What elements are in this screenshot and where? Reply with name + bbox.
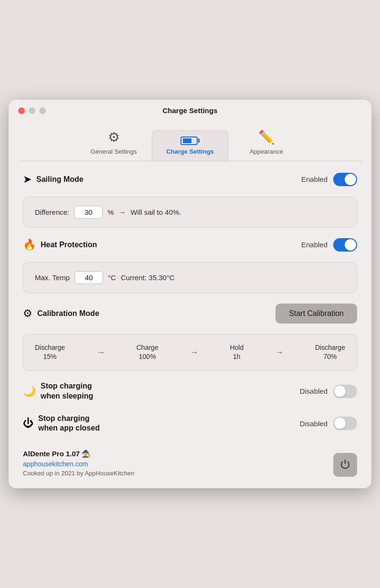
calibration-left: ⚙ Calibration Mode bbox=[23, 307, 99, 320]
heat-protection-header: 🔥 Heat Protection Enabled bbox=[23, 236, 357, 253]
toggle-knob bbox=[334, 386, 346, 397]
heat-protection-toggle[interactable] bbox=[333, 238, 357, 252]
main-window: Charge Settings ⚙ General Settings Charg… bbox=[9, 100, 371, 488]
stop-sleeping-right: Disabled bbox=[300, 385, 357, 398]
stop-app-closed-header: ⏻ Stop charging when app closed Disabled bbox=[23, 412, 357, 436]
power-icon bbox=[339, 459, 351, 471]
pen-icon: ✏️ bbox=[258, 129, 275, 145]
step-hold-1h-label: Hold1h bbox=[230, 343, 243, 362]
max-temp-label: Max. Temp bbox=[35, 273, 70, 282]
heat-protection-status: Enabled bbox=[301, 241, 327, 249]
footer-link[interactable]: apphousekitchen.com bbox=[23, 460, 134, 468]
step-hold-1h: Hold1h bbox=[230, 343, 243, 362]
stop-app-closed-line2: when app closed bbox=[38, 424, 100, 432]
sailing-mode-title: Sailing Mode bbox=[36, 175, 84, 184]
battery-icon bbox=[180, 136, 200, 145]
footer: AlDente Pro 1.07 🧙 apphousekitchen.com C… bbox=[9, 445, 371, 477]
heat-protection-left: 🔥 Heat Protection bbox=[23, 239, 97, 251]
stop-app-closed-right: Disabled bbox=[300, 417, 357, 430]
step-arrow-3: → bbox=[275, 347, 284, 357]
tab-appearance[interactable]: ✏️ Appearance bbox=[228, 124, 305, 161]
tab-charge-label: Charge Settings bbox=[166, 148, 214, 155]
stop-sleeping-line2: when sleeping bbox=[41, 392, 93, 400]
titlebar: Charge Settings bbox=[9, 100, 371, 120]
power-button[interactable] bbox=[333, 453, 357, 477]
step-charge-100: Charge100% bbox=[137, 343, 158, 362]
content-area: ➤ Sailing Mode Enabled Difference: % → W… bbox=[9, 161, 371, 445]
tab-general-settings[interactable]: ⚙ General Settings bbox=[75, 124, 152, 161]
stop-app-closed-status: Disabled bbox=[300, 420, 327, 428]
footer-left: AlDente Pro 1.07 🧙 apphousekitchen.com C… bbox=[23, 450, 134, 477]
window-title: Charge Settings bbox=[162, 106, 217, 115]
app-name: AlDente Pro 1.07 🧙 bbox=[23, 450, 134, 458]
calibration-right: Start Calibration bbox=[275, 304, 357, 324]
sailing-mode-toggle[interactable] bbox=[333, 173, 357, 186]
sail-arrow: → bbox=[119, 208, 126, 216]
step-discharge-15: Discharge15% bbox=[35, 343, 65, 362]
heat-protection-detail: Max. Temp °C Current: 35.30°C bbox=[23, 262, 357, 293]
minimize-button[interactable] bbox=[29, 107, 35, 114]
stop-app-closed-title: Stop charging when app closed bbox=[38, 414, 100, 434]
traffic-lights bbox=[18, 107, 46, 114]
sailing-mode-right: Enabled bbox=[301, 173, 357, 186]
sleep-icon: 🌙 bbox=[23, 385, 36, 398]
sailing-mode-detail: Difference: % → Will sail to 40%. bbox=[23, 197, 357, 228]
calibration-steps: Discharge15% → Charge100% → Hold1h → Dis… bbox=[23, 334, 357, 371]
sailing-mode-left: ➤ Sailing Mode bbox=[23, 173, 84, 186]
heat-icon: 🔥 bbox=[23, 239, 36, 251]
sailing-description: Will sail to 40%. bbox=[131, 208, 181, 216]
stop-sleeping-title-block: Stop charging when sleeping bbox=[41, 381, 93, 401]
toggle-knob bbox=[345, 174, 356, 185]
stop-app-closed-left: ⏻ Stop charging when app closed bbox=[23, 414, 100, 434]
gear-icon: ⚙ bbox=[108, 129, 120, 145]
step-arrow-2: → bbox=[190, 347, 199, 357]
footer-copyright: Cooked up in 2021 by AppHouseKitchen bbox=[23, 470, 134, 477]
step-discharge-15-label: Discharge15% bbox=[35, 343, 65, 362]
sailing-mode-status: Enabled bbox=[301, 175, 327, 183]
maximize-button[interactable] bbox=[39, 107, 46, 114]
calibration-icon: ⚙ bbox=[23, 307, 32, 320]
close-button[interactable] bbox=[18, 107, 25, 114]
calibration-title: Calibration Mode bbox=[37, 309, 99, 318]
stop-sleeping-title: Stop charging when sleeping bbox=[41, 381, 93, 401]
sailing-icon: ➤ bbox=[23, 173, 32, 186]
start-calibration-button[interactable]: Start Calibration bbox=[275, 304, 357, 324]
tab-general-label: General Settings bbox=[91, 148, 137, 155]
stop-sleeping-toggle[interactable] bbox=[333, 385, 357, 398]
difference-input[interactable] bbox=[74, 206, 103, 219]
stop-sleeping-line1: Stop charging bbox=[41, 382, 92, 390]
difference-label: Difference: bbox=[35, 208, 69, 216]
tab-appearance-label: Appearance bbox=[250, 148, 283, 155]
stop-sleeping-status: Disabled bbox=[300, 387, 327, 395]
stop-app-closed-toggle[interactable] bbox=[333, 417, 357, 430]
percent-symbol: % bbox=[107, 208, 114, 216]
calibration-mode-header: ⚙ Calibration Mode Start Calibration bbox=[23, 302, 357, 326]
degree-symbol: °C bbox=[108, 273, 116, 282]
step-charge-100-label: Charge100% bbox=[137, 343, 158, 362]
current-temp: Current: 35.30°C bbox=[121, 273, 175, 282]
sailing-mode-header: ➤ Sailing Mode Enabled bbox=[23, 171, 357, 188]
stop-sleeping-header: 🌙 Stop charging when sleeping Disabled bbox=[23, 379, 357, 403]
step-discharge-70: Discharge70% bbox=[315, 343, 345, 362]
heat-protection-right: Enabled bbox=[301, 238, 357, 252]
stop-sleeping-left: 🌙 Stop charging when sleeping bbox=[23, 381, 93, 401]
power-small-icon: ⏻ bbox=[23, 417, 33, 430]
toggle-knob bbox=[334, 418, 346, 429]
toggle-knob bbox=[345, 239, 356, 251]
stop-app-closed-line1: Stop charging bbox=[38, 414, 90, 422]
stop-app-closed-title-block: Stop charging when app closed bbox=[38, 414, 100, 434]
tab-bar: ⚙ General Settings Charge Settings ✏️ Ap… bbox=[9, 120, 371, 161]
tab-charge-settings[interactable]: Charge Settings bbox=[152, 130, 228, 161]
step-arrow-1: → bbox=[96, 347, 105, 357]
heat-protection-title: Heat Protection bbox=[41, 241, 97, 249]
max-temp-input[interactable] bbox=[74, 271, 103, 284]
step-discharge-70-label: Discharge70% bbox=[315, 343, 345, 362]
